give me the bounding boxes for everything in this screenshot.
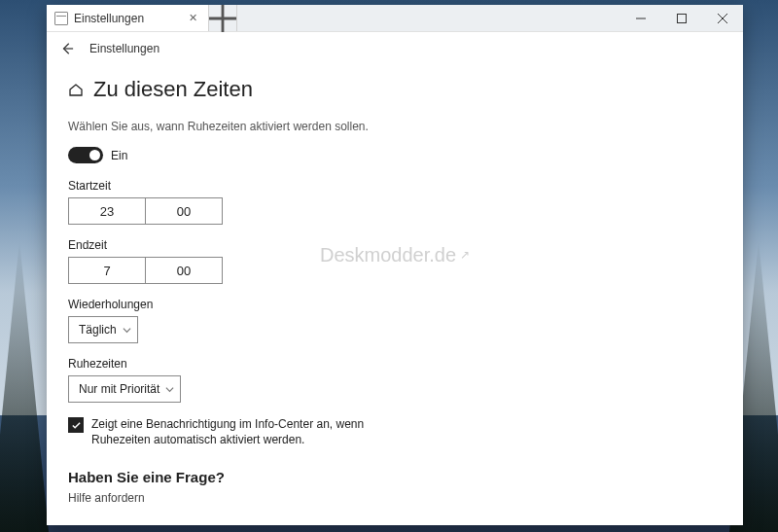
page-subtitle: Wählen Sie aus, wann Ruhezeiten aktivier… <box>68 120 722 133</box>
active-tab[interactable]: Einstellungen ✕ <box>47 5 209 31</box>
page-title: Zu diesen Zeiten <box>93 77 253 102</box>
end-hour[interactable]: 7 <box>68 257 146 284</box>
tab-title: Einstellungen <box>74 12 180 25</box>
desktop-wallpaper: Einstellungen ✕ <box>0 0 778 532</box>
minimize-button[interactable] <box>620 5 661 31</box>
back-button[interactable] <box>58 40 76 57</box>
chevron-down-icon <box>123 326 131 335</box>
start-time-picker: 23 00 <box>68 197 722 225</box>
wallpaper-tree-left <box>0 240 49 532</box>
maximize-button[interactable] <box>661 5 702 31</box>
end-minute[interactable]: 00 <box>146 257 223 284</box>
close-window-button[interactable] <box>702 5 743 31</box>
start-time-label: Startzeit <box>68 179 722 193</box>
notify-checkbox[interactable] <box>68 417 84 433</box>
chevron-down-icon <box>165 385 174 394</box>
repeat-label: Wiederholungen <box>68 298 722 311</box>
titlebar: Einstellungen ✕ <box>47 5 743 32</box>
notify-checkbox-label: Zeigt eine Benachrichtigung im Info-Cent… <box>91 416 403 447</box>
help-link[interactable]: Hilfe anfordern <box>68 491 722 505</box>
quiet-hours-select[interactable]: Nur mit Priorität <box>68 375 181 403</box>
new-tab-button[interactable] <box>209 5 237 31</box>
quiet-hours-label: Ruhezeiten <box>68 357 722 371</box>
enable-toggle[interactable] <box>68 147 103 163</box>
settings-window: Einstellungen ✕ <box>47 5 743 525</box>
quiet-hours-value: Nur mit Priorität <box>79 382 159 396</box>
home-icon[interactable] <box>68 82 84 97</box>
start-minute[interactable]: 00 <box>146 197 223 225</box>
header-bar: Einstellungen <box>47 32 743 59</box>
footer-question: Haben Sie eine Frage? <box>68 469 722 485</box>
repeat-select[interactable]: Täglich <box>68 316 138 343</box>
content-area: Zu diesen Zeiten Wählen Sie aus, wann Ru… <box>47 59 743 525</box>
window-controls <box>620 5 743 31</box>
repeat-value: Täglich <box>79 323 117 337</box>
tab-favicon <box>54 12 68 25</box>
end-time-picker: 7 00 <box>68 257 722 284</box>
end-time-label: Endzeit <box>68 238 722 252</box>
breadcrumb: Einstellungen <box>89 42 159 55</box>
toggle-label: Ein <box>111 149 127 162</box>
start-hour[interactable]: 23 <box>68 197 146 225</box>
close-tab-icon[interactable]: ✕ <box>186 10 200 26</box>
svg-rect-0 <box>678 14 687 22</box>
